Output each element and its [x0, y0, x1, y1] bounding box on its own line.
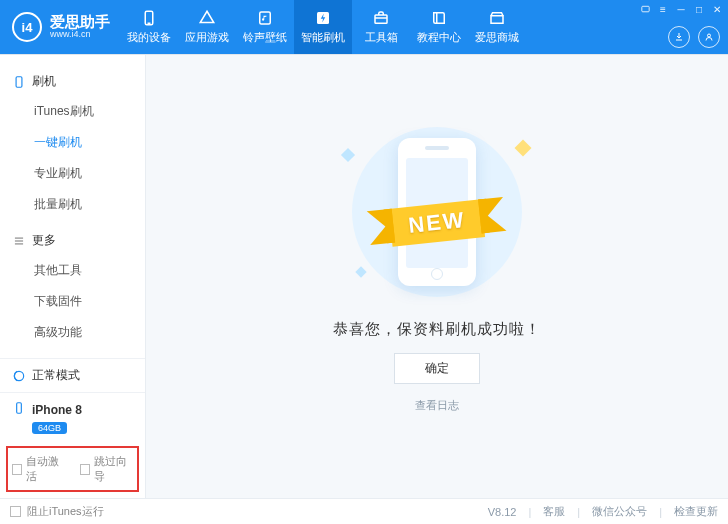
nav-smart-flash[interactable]: 智能刷机 — [294, 0, 352, 54]
nav-label: 智能刷机 — [301, 30, 345, 45]
device-mode[interactable]: 正常模式 — [0, 359, 145, 393]
support-link[interactable]: 客服 — [543, 504, 565, 519]
main-content: NEW 恭喜您，保资料刷机成功啦！ 确定 查看日志 — [146, 55, 728, 498]
checkbox-label: 跳过向导 — [94, 454, 133, 484]
checkbox-icon — [12, 464, 22, 475]
nav-store[interactable]: 爱思商城 — [468, 0, 526, 54]
success-message: 恭喜您，保资料刷机成功啦！ — [333, 320, 541, 339]
checkbox-icon — [10, 506, 21, 517]
nav-toolbox[interactable]: 工具箱 — [352, 0, 410, 54]
sidebar-item-pro-flash[interactable]: 专业刷机 — [0, 158, 145, 189]
menu-icon[interactable]: ≡ — [656, 2, 670, 16]
more-group-icon — [12, 234, 26, 248]
nav-label: 应用游戏 — [185, 30, 229, 45]
download-button[interactable] — [668, 26, 690, 48]
svg-rect-2 — [260, 12, 271, 24]
nav-label: 爱思商城 — [475, 30, 519, 45]
toolbox-icon — [372, 9, 390, 27]
window-controls: ≡ ─ □ ✕ — [638, 2, 724, 16]
book-icon — [430, 9, 448, 27]
sidebar-item-itunes-flash[interactable]: iTunes刷机 — [0, 96, 145, 127]
top-nav: 我的设备 应用游戏 铃声壁纸 智能刷机 工具箱 教程中心 — [120, 0, 526, 54]
checkbox-label: 阻止iTunes运行 — [27, 504, 104, 519]
nav-tutorials[interactable]: 教程中心 — [410, 0, 468, 54]
group-title: 更多 — [32, 232, 56, 249]
sidebar-item-download-firmware[interactable]: 下载固件 — [0, 286, 145, 317]
phone-icon — [140, 9, 158, 27]
nav-label: 我的设备 — [127, 30, 171, 45]
device-icon — [12, 401, 26, 418]
checkbox-auto-activate[interactable]: 自动激活 — [12, 454, 66, 484]
brand-logo-icon: i4 — [12, 12, 42, 42]
sidebar-item-other-tools[interactable]: 其他工具 — [0, 255, 145, 286]
svg-rect-10 — [16, 76, 22, 87]
brand-title: 爱思助手 — [50, 14, 110, 31]
nav-ringtones[interactable]: 铃声壁纸 — [236, 0, 294, 54]
checkbox-block-itunes[interactable]: 阻止iTunes运行 — [10, 504, 104, 519]
check-update-link[interactable]: 检查更新 — [674, 504, 718, 519]
highlighted-options: 自动激活 跳过向导 — [6, 446, 139, 492]
app-header: i4 爱思助手 www.i4.cn 我的设备 应用游戏 铃声壁纸 智能刷机 — [0, 0, 728, 54]
svg-rect-7 — [641, 6, 648, 11]
close-button[interactable]: ✕ — [710, 2, 724, 16]
brand: i4 爱思助手 www.i4.cn — [0, 12, 120, 42]
sidebar-item-advanced[interactable]: 高级功能 — [0, 317, 145, 348]
sidebar: 刷机 iTunes刷机 一键刷机 专业刷机 批量刷机 更多 其 — [0, 55, 146, 498]
user-button[interactable] — [698, 26, 720, 48]
minimize-button[interactable]: ─ — [674, 2, 688, 16]
device-info[interactable]: iPhone 8 64GB — [0, 393, 145, 442]
wechat-link[interactable]: 微信公众号 — [592, 504, 647, 519]
maximize-button[interactable]: □ — [692, 2, 706, 16]
success-illustration: NEW — [327, 122, 547, 302]
sidebar-item-batch-flash[interactable]: 批量刷机 — [0, 189, 145, 220]
feedback-icon[interactable] — [638, 2, 652, 16]
svg-rect-15 — [17, 403, 22, 414]
mode-label: 正常模式 — [32, 367, 80, 384]
storage-badge: 64GB — [32, 422, 67, 434]
music-icon — [256, 9, 274, 27]
svg-rect-4 — [375, 15, 387, 23]
sidebar-group-more[interactable]: 更多 — [0, 226, 145, 255]
checkbox-icon — [80, 464, 90, 475]
svg-point-9 — [708, 34, 711, 37]
status-bar: 阻止iTunes运行 V8.12 | 客服 | 微信公众号 | 检查更新 — [0, 498, 728, 524]
nav-label: 铃声壁纸 — [243, 30, 287, 45]
brand-subtitle: www.i4.cn — [50, 30, 110, 40]
version-label: V8.12 — [488, 506, 517, 518]
view-log-link[interactable]: 查看日志 — [415, 398, 459, 413]
flash-icon — [314, 9, 332, 27]
group-title: 刷机 — [32, 73, 56, 90]
nav-label: 工具箱 — [365, 30, 398, 45]
sidebar-group-flash[interactable]: 刷机 — [0, 67, 145, 96]
sidebar-item-oneclick-flash[interactable]: 一键刷机 — [0, 127, 145, 158]
apps-icon — [198, 9, 216, 27]
nav-apps-games[interactable]: 应用游戏 — [178, 0, 236, 54]
device-name-label: iPhone 8 — [32, 403, 82, 417]
mode-icon — [12, 369, 26, 383]
nav-my-device[interactable]: 我的设备 — [120, 0, 178, 54]
store-icon — [488, 9, 506, 27]
checkbox-skip-guide[interactable]: 跳过向导 — [80, 454, 134, 484]
nav-label: 教程中心 — [417, 30, 461, 45]
flash-group-icon — [12, 75, 26, 89]
checkbox-label: 自动激活 — [26, 454, 65, 484]
confirm-button[interactable]: 确定 — [394, 353, 480, 384]
